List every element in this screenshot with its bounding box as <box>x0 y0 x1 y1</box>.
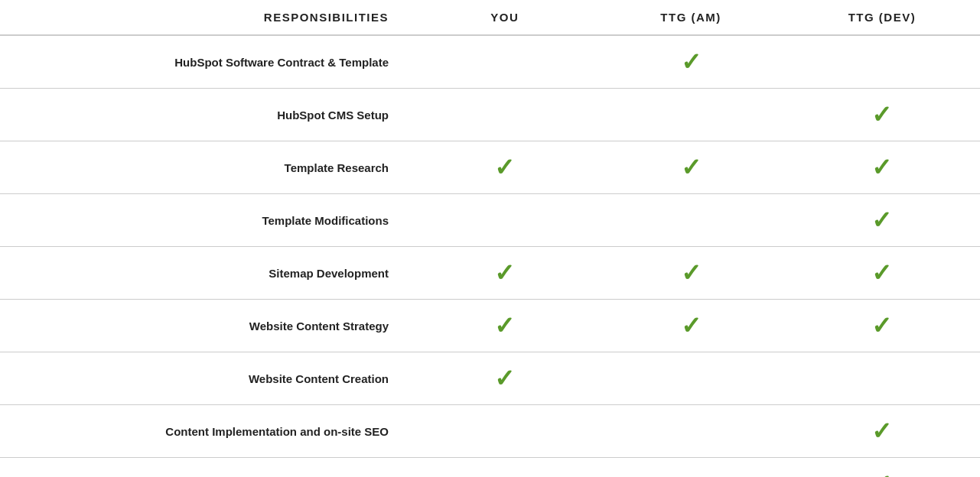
cell-you: ✓ <box>412 247 597 300</box>
checkmark-icon: ✓ <box>494 261 515 285</box>
responsibilities-table-container: RESPONSIBILITIES You TTG (AM) TTG (DEV) … <box>0 0 980 477</box>
responsibility-label: Template Modifications <box>0 194 412 247</box>
cell-you <box>412 89 597 141</box>
table-row: Content Implementation and on-site SEO✓ <box>0 405 980 458</box>
table-row: Template Research✓✓✓ <box>0 141 980 194</box>
checkmark-icon: ✓ <box>871 208 892 232</box>
header-responsibilities: RESPONSIBILITIES <box>0 0 412 35</box>
cell-am: ✓ <box>597 141 783 194</box>
cell-dev: ✓ <box>784 458 980 478</box>
cell-dev: ✓ <box>784 89 980 141</box>
table-row: Sitemap Development✓✓✓ <box>0 247 980 300</box>
table-header-row: RESPONSIBILITIES You TTG (AM) TTG (DEV) <box>0 0 980 35</box>
cell-you <box>412 458 597 478</box>
table-row: Website Content Creation✓ <box>0 352 980 405</box>
table-row: HubSpot CMS Setup✓ <box>0 89 980 141</box>
cell-am <box>597 89 783 141</box>
responsibility-label: HubSpot CMS Setup <box>0 89 412 141</box>
header-you: You <box>412 0 597 35</box>
responsibility-label: Website Content Creation <box>0 352 412 405</box>
checkmark-icon: ✓ <box>871 102 892 127</box>
checkmark-icon: ✓ <box>871 261 892 285</box>
cell-dev: ✓ <box>784 141 980 194</box>
checkmark-icon: ✓ <box>681 155 702 180</box>
checkmark-icon: ✓ <box>681 313 702 338</box>
table-row: Website Build Out✓ <box>0 458 980 478</box>
checkmark-icon: ✓ <box>871 419 892 443</box>
cell-am: ✓ <box>597 300 783 352</box>
cell-dev: ✓ <box>784 405 980 458</box>
cell-dev <box>784 352 980 405</box>
cell-dev: ✓ <box>784 300 980 352</box>
header-ttg-dev: TTG (DEV) <box>784 0 980 35</box>
checkmark-icon: ✓ <box>871 313 892 338</box>
checkmark-icon: ✓ <box>494 313 515 338</box>
table-row: HubSpot Software Contract & Template✓ <box>0 35 980 89</box>
cell-you: ✓ <box>412 300 597 352</box>
header-ttg-am: TTG (AM) <box>597 0 783 35</box>
cell-dev: ✓ <box>784 247 980 300</box>
responsibility-label: Sitemap Development <box>0 247 412 300</box>
responsibility-label: Content Implementation and on-site SEO <box>0 405 412 458</box>
cell-am <box>597 458 783 478</box>
cell-am: ✓ <box>597 247 783 300</box>
checkmark-icon: ✓ <box>681 50 702 74</box>
checkmark-icon: ✓ <box>494 366 515 391</box>
cell-dev <box>784 35 980 89</box>
responsibility-label: Website Content Strategy <box>0 300 412 352</box>
cell-you: ✓ <box>412 352 597 405</box>
table-row: Website Content Strategy✓✓✓ <box>0 300 980 352</box>
cell-am <box>597 194 783 247</box>
cell-you <box>412 405 597 458</box>
responsibility-label: Template Research <box>0 141 412 194</box>
cell-you: ✓ <box>412 141 597 194</box>
cell-dev: ✓ <box>784 194 980 247</box>
checkmark-icon: ✓ <box>871 155 892 180</box>
checkmark-icon: ✓ <box>871 472 892 477</box>
responsibility-label: HubSpot Software Contract & Template <box>0 35 412 89</box>
cell-you <box>412 194 597 247</box>
cell-am: ✓ <box>597 35 783 89</box>
cell-am <box>597 352 783 405</box>
cell-you <box>412 35 597 89</box>
table-row: Template Modifications✓ <box>0 194 980 247</box>
responsibilities-table: RESPONSIBILITIES You TTG (AM) TTG (DEV) … <box>0 0 980 477</box>
responsibility-label: Website Build Out <box>0 458 412 478</box>
checkmark-icon: ✓ <box>494 155 515 180</box>
cell-am <box>597 405 783 458</box>
checkmark-icon: ✓ <box>681 261 702 285</box>
